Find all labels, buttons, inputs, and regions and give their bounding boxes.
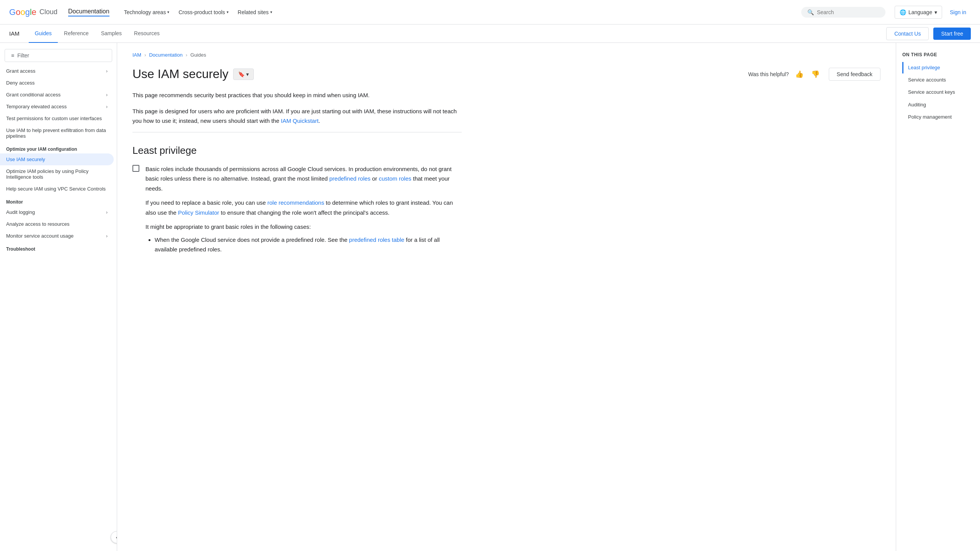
top-navigation: Google Cloud Documentation Technology ar… bbox=[0, 0, 980, 24]
list-item: When the Google Cloud service does not p… bbox=[155, 235, 462, 254]
chevron-left-icon: ‹ bbox=[116, 534, 117, 540]
content-divider bbox=[132, 132, 462, 132]
main-content: IAM › Documentation › Guides Use IAM sec… bbox=[117, 43, 896, 551]
toc-item-least-privilege[interactable]: Least privilege bbox=[902, 62, 974, 73]
sidebar-section-monitor: Monitor bbox=[0, 195, 117, 206]
checklist-item-1: Basic roles include thousands of permiss… bbox=[132, 164, 462, 258]
sidebar-item-prevent-exfiltration[interactable]: Use IAM to help prevent exfiltration fro… bbox=[0, 124, 114, 142]
start-free-button[interactable]: Start free bbox=[933, 28, 971, 40]
bookmark-button[interactable]: 🔖 ▾ bbox=[233, 68, 254, 80]
documentation-link[interactable]: Documentation bbox=[68, 8, 109, 16]
sidebar-item-temp-elevated[interactable]: Temporary elevated access › bbox=[0, 101, 114, 112]
nav-tabs: Guides Reference Samples Resources bbox=[29, 24, 886, 43]
sidebar-item-optimize-iam-policies[interactable]: Optimize IAM policies by using Policy In… bbox=[0, 165, 114, 183]
sidebar-section-optimize: Optimize your IAM configuration bbox=[0, 142, 117, 153]
chevron-down-icon: ▾ bbox=[227, 10, 229, 14]
checklist-para-2: If you need to replace a basic role, you… bbox=[145, 198, 462, 217]
sidebar-item-audit-logging[interactable]: Audit logging › bbox=[0, 206, 114, 218]
breadcrumb-separator: › bbox=[186, 52, 187, 58]
cloud-wordmark: Cloud bbox=[39, 8, 57, 16]
sidebar-item-vpc-service-controls[interactable]: Help secure IAM using VPC Service Contro… bbox=[0, 183, 114, 195]
section-label: IAM bbox=[9, 30, 20, 37]
google-wordmark: Google bbox=[9, 7, 36, 17]
sidebar-item-analyze-access[interactable]: Analyze access to resources bbox=[0, 218, 114, 230]
sidebar-item-test-permissions[interactable]: Test permissions for custom user interfa… bbox=[0, 112, 114, 124]
bookmark-icon: 🔖 bbox=[238, 71, 245, 77]
bullet-list: When the Google Cloud service does not p… bbox=[145, 235, 462, 254]
send-feedback-button[interactable]: Send feedback bbox=[829, 68, 880, 81]
sidebar-item-monitor-service-account[interactable]: Monitor service account usage › bbox=[0, 230, 114, 242]
toc-item-policy-management[interactable]: Policy management bbox=[902, 111, 974, 123]
role-recommendations-link[interactable]: role recommendations bbox=[268, 199, 324, 206]
chevron-right-icon: › bbox=[106, 233, 108, 239]
intro-paragraph-2: This page is designed for users who are … bbox=[132, 106, 462, 126]
language-button[interactable]: 🌐 Language ▾ bbox=[895, 6, 942, 19]
sign-in-button[interactable]: Sign in bbox=[945, 6, 971, 18]
breadcrumb-separator: › bbox=[144, 52, 146, 58]
sidebar-item-deny-access[interactable]: Deny access bbox=[0, 77, 114, 89]
breadcrumb-current: Guides bbox=[190, 52, 206, 58]
toc-panel: On this page Least privilege Service acc… bbox=[896, 43, 980, 551]
globe-icon: 🌐 bbox=[900, 9, 906, 15]
toc-item-service-account-keys[interactable]: Service account keys bbox=[902, 86, 974, 98]
contact-us-button[interactable]: Contact Us bbox=[886, 27, 929, 40]
predefined-roles-table-link[interactable]: predefined roles table bbox=[349, 236, 404, 243]
sidebar-item-grant-access[interactable]: Grant access › bbox=[0, 65, 114, 77]
helpful-row: Was this helpful? 👍 👎 bbox=[748, 68, 821, 80]
section-least-privilege: Least privilege bbox=[132, 145, 880, 156]
related-sites-menu[interactable]: Related sites ▾ bbox=[234, 6, 276, 18]
iam-quickstart-link[interactable]: IAM Quickstart bbox=[281, 117, 318, 124]
chevron-down-icon: ▾ bbox=[934, 9, 937, 15]
policy-simulator-link[interactable]: Policy Simulator bbox=[178, 209, 219, 216]
filter-label: Filter bbox=[17, 52, 29, 59]
chevron-right-icon: › bbox=[106, 104, 108, 109]
search-bar[interactable]: 🔍 bbox=[801, 7, 885, 18]
chevron-right-icon: › bbox=[106, 68, 108, 74]
sidebar-item-grant-conditional[interactable]: Grant conditional access › bbox=[0, 89, 114, 101]
bookmark-dropdown-icon: ▾ bbox=[246, 71, 249, 77]
main-layout: ≡ Filter Grant access › Deny access Gran… bbox=[0, 43, 980, 551]
nav-links: Technology areas ▾ Cross-product tools ▾… bbox=[120, 6, 795, 18]
breadcrumb-iam[interactable]: IAM bbox=[132, 52, 141, 58]
checklist-para-1: Basic roles include thousands of permiss… bbox=[145, 164, 462, 194]
sidebar-section-troubleshoot: Troubleshoot bbox=[0, 242, 117, 253]
chevron-right-icon: › bbox=[106, 210, 108, 215]
thumbs-up-button[interactable]: 👍 bbox=[794, 68, 805, 80]
secondary-navigation: IAM Guides Reference Samples Resources C… bbox=[0, 24, 980, 43]
technology-areas-menu[interactable]: Technology areas ▾ bbox=[120, 6, 173, 18]
page-actions: Was this helpful? 👍 👎 Send feedback bbox=[748, 68, 881, 81]
tab-samples[interactable]: Samples bbox=[95, 24, 128, 43]
helpful-label: Was this helpful? bbox=[748, 71, 789, 77]
cross-product-tools-menu[interactable]: Cross-product tools ▾ bbox=[175, 6, 232, 18]
chevron-down-icon: ▾ bbox=[270, 10, 272, 14]
checkbox[interactable] bbox=[132, 165, 139, 172]
search-icon: 🔍 bbox=[807, 9, 814, 15]
breadcrumb-documentation[interactable]: Documentation bbox=[149, 52, 182, 58]
toc-title: On this page bbox=[902, 52, 974, 57]
title-group: Use IAM securely 🔖 ▾ bbox=[132, 67, 254, 81]
filter-icon: ≡ bbox=[11, 52, 14, 59]
checklist-content: Basic roles include thousands of permiss… bbox=[145, 164, 462, 258]
page-title: Use IAM securely bbox=[132, 67, 229, 81]
toc-item-auditing[interactable]: Auditing bbox=[902, 99, 974, 111]
tab-guides[interactable]: Guides bbox=[29, 24, 58, 43]
tab-resources[interactable]: Resources bbox=[128, 24, 166, 43]
custom-roles-link[interactable]: custom roles bbox=[379, 175, 412, 182]
filter-bar[interactable]: ≡ Filter bbox=[5, 49, 112, 62]
collapse-sidebar-button[interactable]: ‹ bbox=[111, 531, 117, 543]
predefined-roles-link[interactable]: predefined roles bbox=[329, 175, 371, 182]
page-header: Use IAM securely 🔖 ▾ Was this helpful? 👍… bbox=[132, 67, 880, 81]
tab-reference[interactable]: Reference bbox=[58, 24, 95, 43]
google-cloud-logo[interactable]: Google Cloud bbox=[9, 7, 57, 17]
nav-actions: Contact Us Start free bbox=[886, 27, 971, 40]
chevron-down-icon: ▾ bbox=[167, 10, 169, 14]
sidebar-item-use-iam-securely[interactable]: Use IAM securely bbox=[0, 153, 114, 165]
breadcrumb: IAM › Documentation › Guides bbox=[132, 52, 880, 58]
toc-item-service-accounts[interactable]: Service accounts bbox=[902, 74, 974, 86]
search-input[interactable] bbox=[817, 9, 879, 15]
checklist-para-3: It might be appropriate to grant basic r… bbox=[145, 222, 462, 232]
intro-paragraph-1: This page recommends security best pract… bbox=[132, 90, 462, 100]
thumbs-down-button[interactable]: 👎 bbox=[810, 68, 821, 80]
sidebar: ≡ Filter Grant access › Deny access Gran… bbox=[0, 43, 117, 551]
chevron-right-icon: › bbox=[106, 92, 108, 98]
